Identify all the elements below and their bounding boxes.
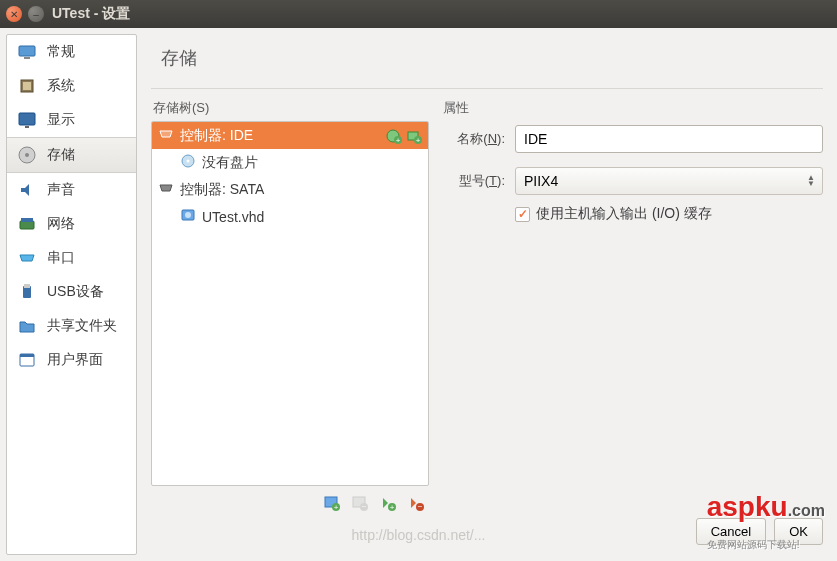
folder-icon	[17, 316, 37, 336]
properties-label: 属性	[441, 99, 823, 117]
svg-rect-11	[24, 284, 30, 288]
add-controller-icon[interactable]: +	[323, 494, 341, 512]
storage-tree-label: 存储树(S)	[151, 99, 429, 117]
model-label: 型号(T):	[441, 172, 505, 190]
network-icon	[17, 214, 37, 234]
svg-text:+: +	[334, 503, 339, 512]
properties-panel: 属性 名称(N): 型号(T): PIIX4 ▲▼ ✓ 使用主机输入输出 (I/…	[441, 99, 823, 512]
svg-text:−: −	[362, 502, 367, 511]
name-row: 名称(N):	[441, 121, 823, 163]
svg-rect-13	[20, 354, 34, 357]
tree-toolbar: + − + −	[151, 486, 429, 512]
chip-icon	[17, 76, 37, 96]
disc-label: 没有盘片	[202, 154, 258, 172]
io-cache-checkbox[interactable]: ✓	[515, 207, 530, 222]
add-cd-icon[interactable]: +	[386, 128, 402, 144]
svg-point-7	[25, 153, 29, 157]
io-cache-label: 使用主机输入输出 (I/O) 缓存	[536, 205, 712, 223]
sidebar-item-storage[interactable]: 存储	[7, 137, 136, 173]
sidebar-item-label: USB设备	[47, 283, 104, 301]
titlebar: ✕ – UTest - 设置	[0, 0, 837, 28]
svg-rect-5	[25, 126, 29, 128]
controller-label: 控制器: IDE	[180, 127, 253, 145]
usb-icon	[17, 282, 37, 302]
ide-empty-disc[interactable]: 没有盘片	[152, 149, 428, 176]
ui-icon	[17, 350, 37, 370]
remove-controller-icon[interactable]: −	[351, 494, 369, 512]
sidebar-item-label: 系统	[47, 77, 75, 95]
sidebar: 常规 系统 显示 存储 声音 网络 串口 USB设备	[6, 34, 137, 555]
disk-icon	[17, 145, 37, 165]
sidebar-item-audio[interactable]: 声音	[7, 173, 136, 207]
sidebar-item-label: 存储	[47, 146, 75, 164]
close-icon[interactable]: ✕	[6, 6, 22, 22]
window-buttons: ✕ –	[6, 6, 44, 22]
model-select[interactable]: PIIX4	[515, 167, 823, 195]
check-icon: ✓	[518, 207, 528, 221]
controller-ide[interactable]: 控制器: IDE + +	[152, 122, 428, 149]
controller-icon	[158, 180, 174, 199]
chevron-updown-icon: ▲▼	[807, 175, 815, 187]
svg-point-23	[185, 212, 191, 218]
sidebar-item-ui[interactable]: 用户界面	[7, 343, 136, 377]
model-row: 型号(T): PIIX4 ▲▼	[441, 163, 823, 205]
sidebar-item-label: 声音	[47, 181, 75, 199]
io-cache-row[interactable]: ✓ 使用主机输入输出 (I/O) 缓存	[441, 205, 823, 223]
sidebar-item-label: 网络	[47, 215, 75, 233]
serial-icon	[17, 248, 37, 268]
sidebar-item-display[interactable]: 显示	[7, 103, 136, 137]
svg-text:−: −	[418, 502, 423, 511]
sidebar-item-usb[interactable]: USB设备	[7, 275, 136, 309]
add-attachment-icon[interactable]: +	[379, 494, 397, 512]
sidebar-item-serial[interactable]: 串口	[7, 241, 136, 275]
svg-rect-0	[19, 46, 35, 56]
svg-text:+: +	[416, 136, 421, 144]
cd-icon	[180, 153, 196, 172]
minimize-icon[interactable]: –	[28, 6, 44, 22]
svg-rect-1	[24, 57, 30, 59]
sidebar-item-shared[interactable]: 共享文件夹	[7, 309, 136, 343]
sidebar-item-label: 用户界面	[47, 351, 103, 369]
vhd-label: UTest.vhd	[202, 209, 264, 225]
display-icon	[17, 110, 37, 130]
sidebar-item-label: 串口	[47, 249, 75, 267]
svg-text:+: +	[396, 136, 401, 144]
sidebar-item-network[interactable]: 网络	[7, 207, 136, 241]
sidebar-item-label: 共享文件夹	[47, 317, 117, 335]
name-label: 名称(N):	[441, 130, 505, 148]
hdd-icon	[180, 207, 196, 226]
main-panel: 存储 存储树(S) 控制器: IDE + +	[137, 28, 837, 561]
sidebar-item-general[interactable]: 常规	[7, 35, 136, 69]
svg-point-21	[187, 160, 190, 163]
content: 常规 系统 显示 存储 声音 网络 串口 USB设备	[0, 28, 837, 561]
sidebar-item-label: 显示	[47, 111, 75, 129]
page-title: 存储	[151, 38, 823, 89]
storage-tree: 控制器: IDE + + 没有盘片 控制器: SATA	[151, 121, 429, 486]
add-hdd-icon[interactable]: +	[406, 128, 422, 144]
storage-tree-panel: 存储树(S) 控制器: IDE + + 没有盘片	[151, 99, 429, 512]
controller-label: 控制器: SATA	[180, 181, 264, 199]
monitor-icon	[17, 42, 37, 62]
svg-rect-4	[19, 113, 35, 125]
audio-icon	[17, 180, 37, 200]
cancel-button[interactable]: Cancel	[696, 518, 766, 545]
svg-rect-3	[23, 82, 31, 90]
svg-rect-9	[21, 218, 33, 222]
window-title: UTest - 设置	[52, 5, 130, 23]
sidebar-item-label: 常规	[47, 43, 75, 61]
dialog-buttons: Cancel OK	[151, 512, 823, 551]
svg-text:+: +	[390, 503, 395, 512]
sidebar-item-system[interactable]: 系统	[7, 69, 136, 103]
sata-vhd[interactable]: UTest.vhd	[152, 203, 428, 230]
name-input[interactable]	[515, 125, 823, 153]
ok-button[interactable]: OK	[774, 518, 823, 545]
svg-rect-8	[20, 221, 34, 229]
panels: 存储树(S) 控制器: IDE + + 没有盘片	[151, 89, 823, 512]
controller-sata[interactable]: 控制器: SATA	[152, 176, 428, 203]
remove-attachment-icon[interactable]: −	[407, 494, 425, 512]
controller-icon	[158, 126, 174, 145]
